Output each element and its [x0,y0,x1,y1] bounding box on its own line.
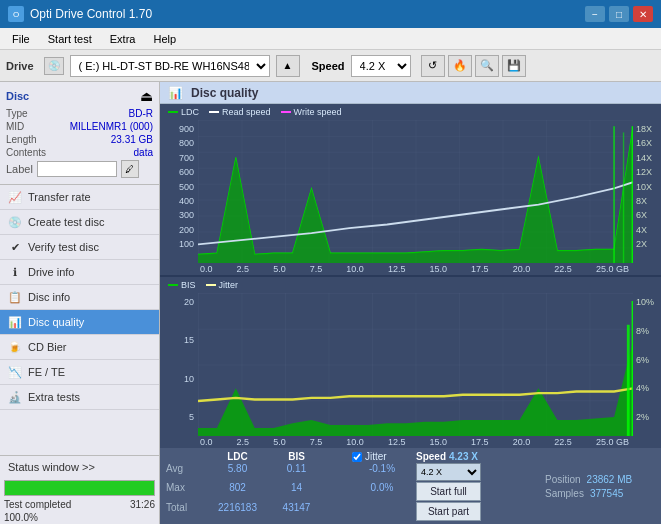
disc-eject-icon[interactable]: ⏏ [140,88,153,104]
speed-select-stats[interactable]: 4.2 X [416,463,481,481]
progress-label: 100.0% [4,512,38,523]
charts-area: LDC Read speed Write speed 900800700600 … [160,104,661,448]
chart1-y-right: 18X16X14X12X 10X8X6X4X2X [633,120,661,263]
sidebar-item-extra-tests[interactable]: 🔬 Extra tests [0,385,159,410]
app-title: Opti Drive Control 1.70 [30,7,152,21]
ldc-header: LDC [210,451,265,462]
sidebar-item-transfer-rate[interactable]: 📈 Transfer rate [0,185,159,210]
speed-val: 4.23 X [449,451,478,462]
max-bis: 14 [269,482,324,501]
start-part-button[interactable]: Start part [416,502,481,521]
write-speed-legend: Write speed [281,107,342,117]
length-label: Length [6,134,37,145]
disc-title: Disc [6,90,29,102]
eject-button[interactable]: ▲ [276,55,300,77]
nav-label-verify-test-disc: Verify test disc [28,241,99,253]
samples-val: 377545 [590,488,623,499]
label-label: Label [6,163,33,175]
avg-jitter: -0.1% [352,463,412,481]
speed-header-label: Speed [416,451,446,462]
extra-tests-icon: 🔬 [8,390,22,404]
avg-bis: 0.11 [269,463,324,481]
contents-label: Contents [6,147,46,158]
avg-ldc: 5.80 [210,463,265,481]
chart2-x-axis: 0.02.55.07.510.0 12.515.017.520.022.525.… [198,436,633,448]
window-controls: − □ ✕ [585,6,653,22]
max-jitter: 0.0% [352,482,412,501]
minimize-button[interactable]: − [585,6,605,22]
chart1-legend: LDC Read speed Write speed [160,104,661,120]
length-value: 23.31 GB [111,134,153,145]
type-value: BD-R [129,108,153,119]
bis-legend-dot [168,284,178,286]
avg-label: Avg [166,463,206,481]
scan-button[interactable]: 🔍 [475,55,499,77]
refresh-button[interactable]: ↺ [421,55,445,77]
status-completed-label: Test completed [4,499,71,510]
fe-te-icon: 📉 [8,365,22,379]
drive-icon: 💿 [44,57,64,75]
jitter-check[interactable] [352,452,362,462]
title-bar: O Opti Drive Control 1.70 − □ ✕ [0,0,661,28]
sidebar-item-drive-info[interactable]: ℹ Drive info [0,260,159,285]
status-window-label: Status window >> [8,461,95,473]
sidebar-item-verify-test-disc[interactable]: ✔ Verify test disc [0,235,159,260]
drive-bar: Drive 💿 ( E:) HL-DT-ST BD-RE WH16NS48 1.… [0,50,661,82]
speed-select[interactable]: 4.2 X [351,55,411,77]
jitter-header-label: Jitter [365,451,387,462]
sidebar-item-cd-bier[interactable]: 🍺 CD Bier [0,335,159,360]
label-set-button[interactable]: 🖊 [121,160,139,178]
write-speed-legend-label: Write speed [294,107,342,117]
nav-label-create-test-disc: Create test disc [28,216,104,228]
stats-empty [166,451,206,462]
progress-bar-container [4,480,155,496]
disc-info-icon: 📋 [8,290,22,304]
total-ldc: 2216183 [210,502,265,521]
chart2-inner: 2015105 [160,293,661,436]
content-area: 📊 Disc quality LDC Read speed [160,82,661,524]
menu-help[interactable]: Help [145,31,184,47]
chart2-y-right: 10%8%6%4%2% [633,293,661,436]
nav-label-disc-info: Disc info [28,291,70,303]
menu-file[interactable]: File [4,31,38,47]
jitter-checkbox[interactable]: Jitter [352,451,412,462]
menu-extra[interactable]: Extra [102,31,144,47]
status-window-button[interactable]: Status window >> [0,456,159,478]
status-section: Status window >> Test completed 31:26 10… [0,455,159,524]
nav-label-cd-bier: CD Bier [28,341,67,353]
bis-legend-label: BIS [181,280,196,290]
menu-bar: File Start test Extra Help [0,28,661,50]
save-button[interactable]: 💾 [502,55,526,77]
chart1-container: LDC Read speed Write speed 900800700600 … [160,104,661,275]
disc-quality-icon: 📊 [8,315,22,329]
status-time: 31:26 [130,499,155,510]
ldc-legend: LDC [168,107,199,117]
read-speed-legend: Read speed [209,107,271,117]
sidebar-item-disc-info[interactable]: 📋 Disc info [0,285,159,310]
chart1-x-axis: 0.02.55.07.510.0 12.515.017.520.022.525.… [198,263,633,275]
svg-rect-4 [198,120,633,263]
nav-label-fe-te: FE / TE [28,366,65,378]
app-icon: O [8,6,24,22]
status-text-row: Test completed 31:26 [0,498,159,511]
sidebar: Disc ⏏ Type BD-R MID MILLENMR1 (000) Len… [0,82,160,524]
progress-text-row: 100.0% [0,511,159,524]
max-empty [328,482,348,501]
maximize-button[interactable]: □ [609,6,629,22]
read-speed-legend-label: Read speed [222,107,271,117]
menu-start-test[interactable]: Start test [40,31,100,47]
sidebar-item-create-test-disc[interactable]: 💿 Create test disc [0,210,159,235]
label-input[interactable] [37,161,117,177]
burn-button[interactable]: 🔥 [448,55,472,77]
max-label: Max [166,482,206,501]
speed-label: Speed [312,60,345,72]
drive-select[interactable]: ( E:) HL-DT-ST BD-RE WH16NS48 1.D3 [70,55,270,77]
jitter-legend: Jitter [206,280,239,290]
speed-header-row: Speed 4.23 X [416,451,481,462]
sidebar-item-disc-quality[interactable]: 📊 Disc quality [0,310,159,335]
drive-label: Drive [6,60,34,72]
start-full-button[interactable]: Start full [416,482,481,501]
sidebar-item-fe-te[interactable]: 📉 FE / TE [0,360,159,385]
close-button[interactable]: ✕ [633,6,653,22]
total-bis: 43147 [269,502,324,521]
